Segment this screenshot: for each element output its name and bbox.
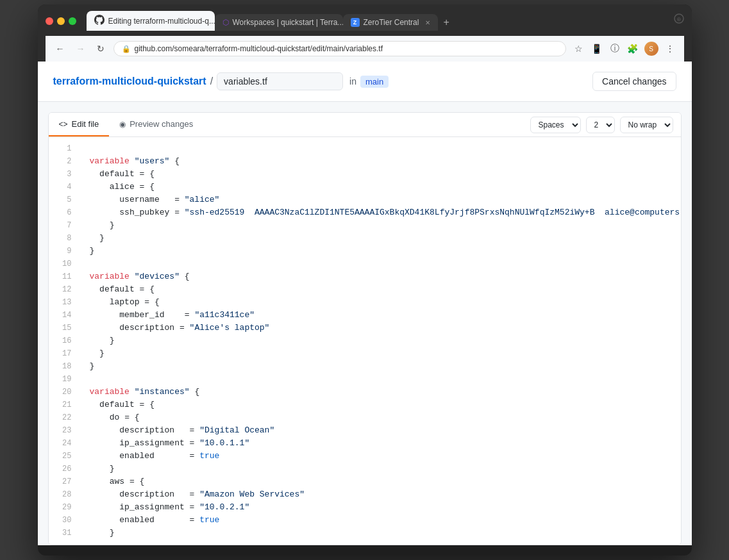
info-icon[interactable]: ⓘ <box>608 42 621 55</box>
tab-terraform[interactable]: ⬡ Workspaces | quickstart | Terra... ✕ <box>215 14 343 31</box>
code-line: ip_assignment = "10.0.2.1" <box>80 501 681 514</box>
editor-container: <> Edit file ◉ Preview changes Spaces 2 … <box>48 112 682 545</box>
code-line: enabled = true <box>80 450 681 463</box>
avatar[interactable]: S <box>644 42 658 56</box>
edit-file-icon: <> <box>59 120 68 129</box>
extensions-icon[interactable]: 🧩 <box>626 42 639 55</box>
breadcrumb: terraform-multicloud-quickstart / in mai… <box>53 72 389 90</box>
tab-3-label: ZeroTier Central <box>364 18 419 27</box>
lock-icon: 🔒 <box>122 45 131 53</box>
code-line: } <box>80 527 681 539</box>
repo-link[interactable]: terraform-multicloud-quickstart <box>53 76 206 87</box>
bookmark-icon[interactable]: ☆ <box>573 42 585 55</box>
address-text: github.com/someara/terraform-multicloud-… <box>135 44 383 53</box>
code-line: description = "Alice's laptop" <box>80 322 681 334</box>
terraform-tab-icon: ⬡ <box>222 18 229 27</box>
tab-zerotier[interactable]: Z ZeroTier Central ✕ <box>343 14 439 31</box>
code-line <box>80 142 681 155</box>
page-content: terraform-multicloud-quickstart / in mai… <box>38 62 692 545</box>
address-bar-row: ← → ↻ 🔒 github.com/someara/terraform-mul… <box>46 36 684 62</box>
tab-edit-file[interactable]: <> Edit file <box>49 113 110 136</box>
code-line: } <box>80 463 681 475</box>
code-line: } <box>80 245 681 258</box>
reload-button[interactable]: ↻ <box>94 42 107 55</box>
svg-text:⊕: ⊕ <box>676 16 682 22</box>
in-label: in <box>349 76 356 86</box>
browser-window: Editing terraform-multicloud-q... ✕ ⬡ Wo… <box>38 4 692 556</box>
code-line: username = "alice" <box>80 194 681 206</box>
back-button[interactable]: ← <box>53 42 67 55</box>
title-bar: Editing terraform-multicloud-q... ✕ ⬡ Wo… <box>38 4 692 62</box>
new-tab-button[interactable]: + <box>438 14 454 31</box>
code-line <box>80 373 681 386</box>
code-line: do = { <box>80 411 681 424</box>
code-line: alice = { <box>80 181 681 194</box>
extension-icon: ⊕ <box>674 13 684 24</box>
preview-icon: ◉ <box>119 120 126 129</box>
indent-mode-select[interactable]: Spaces <box>530 117 581 133</box>
tab-bar: Editing terraform-multicloud-q... ✕ ⬡ Wo… <box>87 11 669 31</box>
code-line: } <box>80 334 681 347</box>
edit-file-label: Edit file <box>72 119 99 129</box>
code-line: aws = { <box>80 475 681 488</box>
preview-changes-label: Preview changes <box>130 119 193 129</box>
maximize-button[interactable] <box>69 17 76 25</box>
filename-input[interactable] <box>217 72 343 90</box>
close-button[interactable] <box>46 17 53 25</box>
repo-header: terraform-multicloud-quickstart / in mai… <box>38 62 692 102</box>
code-line: ssh_pubkey = "ssh-ed25519 AAAAC3NzaC1lZD… <box>80 206 681 219</box>
minimize-button[interactable] <box>57 17 65 25</box>
tab-3-close[interactable]: ✕ <box>425 19 430 26</box>
code-line: variable "devices" { <box>80 270 681 283</box>
branch-badge: main <box>360 76 389 88</box>
code-editor[interactable]: 1 2 3 4 5 6 7 8 9 10 11 12 13 14 15 16 1 <box>49 137 681 545</box>
code-line: default = { <box>80 168 681 181</box>
github-tab-icon <box>94 15 105 27</box>
line-numbers: 1 2 3 4 5 6 7 8 9 10 11 12 13 14 15 16 1 <box>49 137 80 545</box>
code-line: } <box>80 219 681 232</box>
address-input[interactable]: 🔒 github.com/someara/terraform-multiclou… <box>113 41 566 56</box>
code-line: description = "Digital Ocean" <box>80 424 681 437</box>
editor-options: Spaces 2 No wrap <box>530 117 681 133</box>
cancel-changes-button[interactable]: Cancel changes <box>592 72 676 91</box>
code-line: } <box>80 360 681 373</box>
editor-toolbar: <> Edit file ◉ Preview changes Spaces 2 … <box>49 113 681 137</box>
code-line <box>80 258 681 270</box>
code-line: variable "users" { <box>80 155 681 168</box>
tab-1-label: Editing terraform-multicloud-q... <box>108 17 215 26</box>
mobile-icon[interactable]: 📱 <box>591 42 603 55</box>
breadcrumb-separator: / <box>210 76 213 87</box>
code-line: ip_assignment = "10.0.1.1" <box>80 437 681 450</box>
code-line: variable "instances" { <box>80 386 681 399</box>
indent-size-select[interactable]: 2 <box>586 117 615 133</box>
code-line: default = { <box>80 283 681 296</box>
code-line: enabled = true <box>80 514 681 527</box>
code-line: } <box>80 232 681 245</box>
tab-preview-changes[interactable]: ◉ Preview changes <box>109 113 203 136</box>
code-content[interactable]: variable "users" { default = { alice = {… <box>80 137 681 545</box>
tab-2-label: Workspaces | quickstart | Terra... <box>233 18 343 27</box>
code-line: description = "Amazon Web Services" <box>80 488 681 501</box>
tab-github-editing[interactable]: Editing terraform-multicloud-q... ✕ <box>87 11 215 31</box>
menu-icon[interactable]: ⋮ <box>664 42 676 55</box>
forward-button[interactable]: → <box>74 42 88 55</box>
code-line: default = { <box>80 399 681 411</box>
code-line: } <box>80 347 681 360</box>
browser-toolbar-icons: ☆ 📱 ⓘ 🧩 S ⋮ <box>573 42 676 56</box>
code-line: laptop = { <box>80 296 681 309</box>
zerotier-tab-icon: Z <box>351 18 360 27</box>
wrap-mode-select[interactable]: No wrap <box>620 117 673 133</box>
traffic-lights <box>46 17 76 25</box>
code-line: member_id = "a11c3411ce" <box>80 309 681 322</box>
